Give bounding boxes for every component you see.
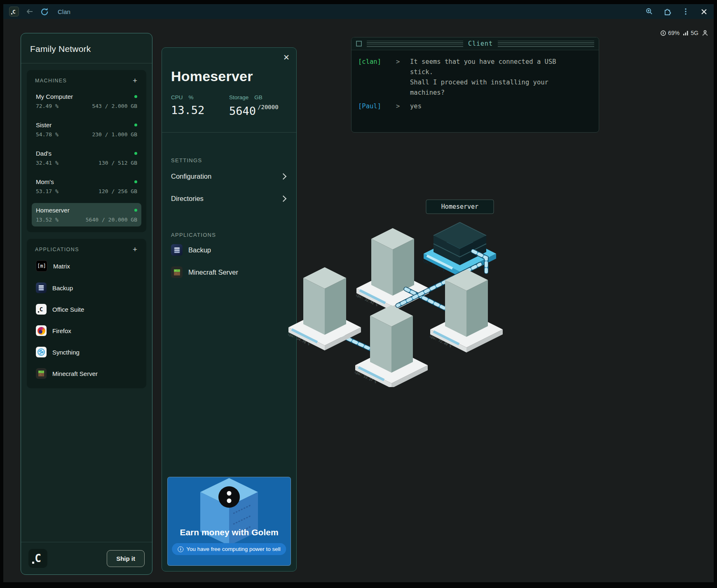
detail-title: Homeserver xyxy=(171,68,287,84)
refresh-icon[interactable] xyxy=(40,7,49,16)
clan-logo: C xyxy=(28,549,47,568)
applications-card: APPLICATIONS + [m] Matrix Backup C Offic… xyxy=(27,239,146,388)
machine-storage: 120 / 256 GB xyxy=(98,188,137,194)
app-row-firefox[interactable]: Firefox xyxy=(32,322,141,340)
online-status-dot xyxy=(134,209,137,212)
machine-cpu: 13.52 % xyxy=(36,217,59,223)
app-row-office-suite[interactable]: C Office Suite xyxy=(32,300,141,318)
titlebar-lines xyxy=(367,41,463,47)
client-terminal-window[interactable]: Client [clan] > It seems that you have c… xyxy=(351,37,599,133)
minecraft-icon xyxy=(36,368,47,379)
cpu-value: 13.52 xyxy=(171,104,229,117)
terminal-message: [Paul] > yes xyxy=(358,101,592,112)
terminal-body: [clan] > It seems that you have connecte… xyxy=(351,50,599,117)
chevron-right-icon xyxy=(280,173,287,180)
detail-header: ✕ Homeserver CPU% 13.52 StorageGB 5640/2… xyxy=(162,48,296,133)
machine-storage: 130 / 512 GB xyxy=(98,160,137,166)
zoom-in-icon[interactable] xyxy=(645,7,654,16)
menu-kebab-icon[interactable] xyxy=(682,7,690,16)
back-icon[interactable] xyxy=(26,7,34,16)
ad-title: Earn money with Golem xyxy=(168,527,291,537)
machine-name: Sister xyxy=(36,121,52,128)
storage-total: /20000 xyxy=(258,104,279,110)
window-box-icon[interactable] xyxy=(356,41,362,47)
ad-pill-label: You have free computing power to sell xyxy=(186,546,280,552)
add-machine-button[interactable]: + xyxy=(132,77,138,84)
machine-storage: 543 / 2.000 GB xyxy=(92,103,137,109)
machine-storage: 230 / 1.000 GB xyxy=(92,131,137,138)
office-suite-icon: C xyxy=(36,304,47,315)
storage-value: 5640/20000 xyxy=(229,104,287,117)
app-window: C Clan 69% xyxy=(3,4,714,582)
network-type: 5G xyxy=(691,30,698,36)
terminal-titlebar[interactable]: Client xyxy=(351,37,599,50)
info-icon: i xyxy=(178,546,183,552)
system-status: 69% 5G xyxy=(646,30,708,36)
online-status-dot xyxy=(134,152,137,155)
diagram-node-my-computer[interactable]: cpu: 72.49 % xyxy=(429,269,503,352)
signal-bars-icon xyxy=(683,30,689,36)
app-label: Backup xyxy=(52,285,73,292)
app-label: Syncthing xyxy=(52,349,80,356)
storage-label: Storage xyxy=(229,94,248,100)
machine-row-moms[interactable]: Mom's 53.17 %120 / 256 GB xyxy=(32,175,141,198)
battery-icon xyxy=(660,30,666,36)
firefox-icon xyxy=(36,325,47,336)
panel-title: Family Network xyxy=(30,44,143,54)
machine-name: Mom's xyxy=(36,178,54,185)
machine-row-my-computer[interactable]: My Computer 72.49 %543 / 2.000 GB xyxy=(32,89,141,113)
clan-logo-icon: C xyxy=(9,7,19,16)
browser-topbar: C Clan xyxy=(3,4,714,19)
close-panel-icon[interactable]: ✕ xyxy=(283,53,290,62)
user-icon[interactable] xyxy=(702,30,708,36)
app-row-minecraft[interactable]: Minecraft Server xyxy=(32,364,141,383)
terminal-message: [clan] > It seems that you have connecte… xyxy=(358,57,592,98)
panel-footer: C Ship it xyxy=(21,542,152,574)
machine-cpu: 54.78 % xyxy=(36,131,59,138)
golem-ad-card[interactable]: Earn money with Golem i You have free co… xyxy=(167,477,291,566)
machine-row-homeserver[interactable]: Homeserver 13.52 %5640 / 20.000 GB xyxy=(32,203,141,226)
close-window-icon[interactable] xyxy=(700,7,708,16)
extensions-icon[interactable] xyxy=(663,7,672,16)
settings-row-configuration[interactable]: Configuration xyxy=(171,167,287,186)
tab-title[interactable]: Clan xyxy=(58,8,70,15)
machine-name: Dad's xyxy=(36,150,52,157)
ship-it-button[interactable]: Ship it xyxy=(107,550,145,567)
message-text: yes xyxy=(410,101,422,112)
message-text: It seems that you have connected a USB s… xyxy=(410,57,556,98)
machines-header: MACHINES xyxy=(35,78,67,84)
matrix-icon: [m] xyxy=(36,260,47,272)
cpu-label: CPU xyxy=(171,94,183,100)
online-status-dot xyxy=(134,180,137,183)
machine-name: My Computer xyxy=(36,93,73,100)
app-label: Office Suite xyxy=(52,306,84,313)
speaker-clan: [clan] xyxy=(358,57,396,98)
network-diagram[interactable]: cpu: 13.52 % Homeserver cpu: 32.41 % xyxy=(264,194,511,387)
machine-cpu: 32.41 % xyxy=(36,160,59,166)
app-row-backup[interactable]: Backup xyxy=(32,279,141,297)
terminal-title: Client xyxy=(468,40,493,47)
desktop: C Clan 69% xyxy=(0,0,717,588)
machine-storage: 5640 / 20.000 GB xyxy=(86,217,137,223)
speaker-paul: [Paul] xyxy=(358,101,396,112)
machine-name: Homeserver xyxy=(36,207,70,214)
applications-header: APPLICATIONS xyxy=(35,247,79,252)
app-row-matrix[interactable]: [m] Matrix xyxy=(32,257,141,275)
app-row-syncthing[interactable]: Syncthing xyxy=(32,343,141,361)
diagram-node-dads[interactable]: cpu: 32.41 % xyxy=(355,228,429,311)
panel-header: Family Network xyxy=(21,33,152,63)
settings-header: SETTINGS xyxy=(171,157,287,163)
add-application-button[interactable]: + xyxy=(132,245,138,253)
minecraft-icon xyxy=(171,266,183,278)
machine-cpu: 72.49 % xyxy=(36,103,59,109)
machine-row-sister[interactable]: Sister 54.78 %230 / 1.000 GB xyxy=(32,118,141,141)
app-label: Minecraft Server xyxy=(52,370,98,377)
node-label-homeserver: Homeserver xyxy=(441,203,478,210)
machine-cpu: 53.17 % xyxy=(36,188,59,194)
ad-pill-button[interactable]: i You have free computing power to sell xyxy=(172,543,286,555)
app-label: Firefox xyxy=(52,327,71,334)
online-status-dot xyxy=(134,124,137,126)
titlebar-lines xyxy=(498,41,594,47)
machine-row-dads[interactable]: Dad's 32.41 %130 / 512 GB xyxy=(32,146,141,170)
backup-icon xyxy=(36,282,47,293)
